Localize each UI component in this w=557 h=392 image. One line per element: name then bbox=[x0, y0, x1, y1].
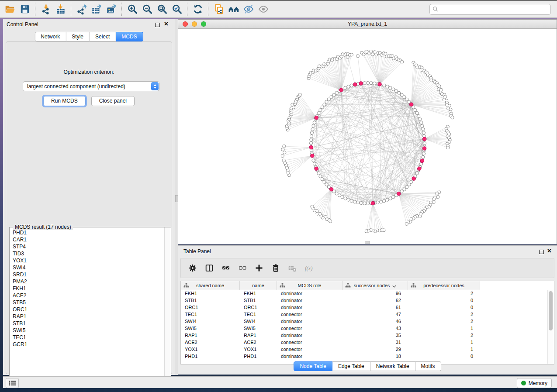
open-file-button[interactable] bbox=[3, 2, 17, 16]
cell-predecessor-nodes[interactable]: 2 bbox=[408, 290, 480, 297]
cell-successor-nodes[interactable]: 43 bbox=[343, 325, 408, 332]
cell-name[interactable]: STB1 bbox=[240, 297, 277, 304]
memory-button[interactable]: Memory bbox=[517, 378, 552, 388]
save-session-button[interactable] bbox=[17, 2, 32, 16]
cell-name[interactable]: PHD1 bbox=[240, 353, 277, 360]
cell-successor-nodes[interactable]: 46 bbox=[343, 318, 408, 325]
import-network-button[interactable] bbox=[38, 2, 53, 16]
float-panel-icon[interactable] bbox=[155, 23, 160, 27]
cell-name[interactable]: ORC1 bbox=[240, 304, 277, 311]
export-network-button[interactable] bbox=[74, 2, 89, 16]
zoom-selected-button[interactable] bbox=[170, 2, 184, 16]
float-table-panel-icon[interactable] bbox=[539, 250, 544, 254]
deselect-all-rows-button[interactable] bbox=[236, 261, 249, 275]
cell-shared-name[interactable]: SWI4 bbox=[181, 318, 240, 325]
cell-MCDS-role[interactable]: dominator bbox=[277, 297, 343, 304]
zoom-in-button[interactable] bbox=[125, 2, 140, 16]
mcds-node-item[interactable]: PMA2 bbox=[13, 278, 165, 285]
cell-shared-name[interactable]: FKH1 bbox=[181, 290, 240, 297]
mcds-node-item[interactable]: STB1 bbox=[13, 320, 165, 327]
table-row[interactable]: PHD1PHD1dominator180 bbox=[181, 353, 554, 360]
cell-successor-nodes[interactable]: 96 bbox=[343, 290, 408, 297]
cell-successor-nodes[interactable]: 35 bbox=[343, 332, 408, 339]
table-row[interactable]: SWI4SWI4dominator462 bbox=[181, 318, 554, 325]
mcds-node-item[interactable]: SWI4 bbox=[13, 264, 165, 271]
cell-predecessor-nodes[interactable]: 0 bbox=[408, 297, 480, 304]
horizontal-splitter-grip[interactable] bbox=[365, 241, 370, 244]
mcds-node-item[interactable]: ACE2 bbox=[13, 292, 165, 299]
table-row[interactable]: SWI5SWI5connector431 bbox=[181, 325, 554, 332]
network-canvas[interactable] bbox=[178, 29, 557, 244]
network-titlebar[interactable]: YPA_prune.txt_1 bbox=[178, 20, 557, 29]
mcds-node-item[interactable]: ORC1 bbox=[13, 306, 165, 313]
cell-successor-nodes[interactable]: 62 bbox=[343, 297, 408, 304]
cell-predecessor-nodes[interactable]: 1 bbox=[408, 325, 480, 332]
cell-MCDS-role[interactable]: dominator bbox=[277, 332, 343, 339]
table-row[interactable]: RAP1RAP1dominator352 bbox=[181, 332, 554, 339]
cell-predecessor-nodes[interactable]: 2 bbox=[408, 318, 480, 325]
table-settings-button[interactable] bbox=[186, 261, 199, 275]
cell-predecessor-nodes[interactable]: 0 bbox=[408, 304, 480, 311]
table-scrollbar-thumb[interactable] bbox=[549, 291, 553, 330]
cell-shared-name[interactable]: SWI5 bbox=[181, 325, 240, 332]
mcds-result-list[interactable]: PHD1CAR1STP4TID3YOX1SWI4SRD1PMA2FKH1ACE2… bbox=[10, 229, 165, 388]
cell-successor-nodes[interactable]: 29 bbox=[343, 346, 408, 353]
table-row[interactable]: STB1STB1dominator620 bbox=[181, 297, 554, 304]
cell-shared-name[interactable]: RAP1 bbox=[181, 332, 240, 339]
table-row[interactable]: FKH1FKH1dominator962 bbox=[181, 290, 554, 297]
hide-selected-button[interactable] bbox=[241, 2, 256, 16]
run-mcds-button[interactable]: Run MCDS bbox=[43, 96, 86, 106]
cell-shared-name[interactable]: ORC1 bbox=[181, 304, 240, 311]
cell-shared-name[interactable]: STB1 bbox=[181, 297, 240, 304]
table-scrollbar[interactable] bbox=[547, 290, 554, 364]
mcds-node-item[interactable]: CAR1 bbox=[13, 236, 165, 243]
mcds-node-item[interactable]: STP4 bbox=[13, 243, 165, 250]
cell-name[interactable]: SWI4 bbox=[240, 318, 277, 325]
mcds-node-item[interactable]: TID3 bbox=[13, 250, 165, 257]
cell-predecessor-nodes[interactable]: 2 bbox=[408, 332, 480, 339]
cell-predecessor-nodes[interactable]: 1 bbox=[408, 339, 480, 346]
column-header-MCDS-role[interactable]: MCDS role bbox=[277, 281, 343, 290]
cell-name[interactable]: SWI5 bbox=[240, 325, 277, 332]
mcds-node-item[interactable]: TEC1 bbox=[13, 334, 165, 341]
first-neighbors-button[interactable] bbox=[226, 2, 241, 16]
table-row[interactable]: TEC1TEC1connector472 bbox=[181, 311, 554, 318]
column-header-name[interactable]: name bbox=[240, 281, 277, 290]
cell-MCDS-role[interactable]: dominator bbox=[277, 304, 343, 311]
cell-name[interactable]: TEC1 bbox=[240, 311, 277, 318]
tab-mcds[interactable]: MCDS bbox=[116, 32, 143, 41]
column-header-successor-nodes[interactable]: successor nodes bbox=[343, 281, 408, 290]
tab-network[interactable]: Network bbox=[35, 32, 66, 41]
cell-predecessor-nodes[interactable]: 0 bbox=[408, 353, 480, 360]
cell-name[interactable]: FKH1 bbox=[240, 290, 277, 297]
table-row[interactable]: ORC1ORC1dominator610 bbox=[181, 304, 554, 311]
cell-MCDS-role[interactable]: connector bbox=[277, 346, 343, 353]
console-button[interactable] bbox=[6, 378, 19, 388]
create-column-button[interactable] bbox=[253, 261, 266, 275]
mcds-node-item[interactable]: GCR1 bbox=[13, 341, 165, 348]
cell-successor-nodes[interactable]: 61 bbox=[343, 304, 408, 311]
cell-name[interactable]: ACE2 bbox=[240, 339, 277, 346]
cell-predecessor-nodes[interactable]: 1 bbox=[408, 346, 480, 353]
cell-successor-nodes[interactable]: 47 bbox=[343, 311, 408, 318]
cell-shared-name[interactable]: TEC1 bbox=[181, 311, 240, 318]
table-row[interactable]: YOX1YOX1connector291 bbox=[181, 346, 554, 353]
tab-style[interactable]: Style bbox=[66, 32, 90, 41]
column-header-shared-name[interactable]: shared name bbox=[181, 281, 240, 290]
import-table-button[interactable] bbox=[53, 2, 68, 16]
cell-MCDS-role[interactable]: dominator bbox=[277, 290, 343, 297]
mcds-node-item[interactable]: FKH1 bbox=[13, 285, 165, 292]
apply-layout-button[interactable] bbox=[190, 2, 205, 16]
cell-MCDS-role[interactable]: dominator bbox=[277, 318, 343, 325]
cell-MCDS-role[interactable]: connector bbox=[277, 311, 343, 318]
cell-successor-nodes[interactable]: 31 bbox=[343, 339, 408, 346]
show-columns-button[interactable] bbox=[203, 261, 216, 275]
cell-MCDS-role[interactable]: dominator bbox=[277, 353, 343, 360]
tab-node-table[interactable]: Node Table bbox=[294, 361, 332, 371]
column-header-predecessor-nodes[interactable]: predecessor nodes bbox=[408, 281, 480, 290]
tab-edge-table[interactable]: Edge Table bbox=[332, 361, 370, 371]
network-graph[interactable] bbox=[178, 29, 557, 244]
cell-shared-name[interactable]: ACE2 bbox=[181, 339, 240, 346]
search-input[interactable] bbox=[440, 6, 550, 13]
optimization-criterion-select[interactable]: largest connected component (undirected) bbox=[23, 81, 159, 91]
